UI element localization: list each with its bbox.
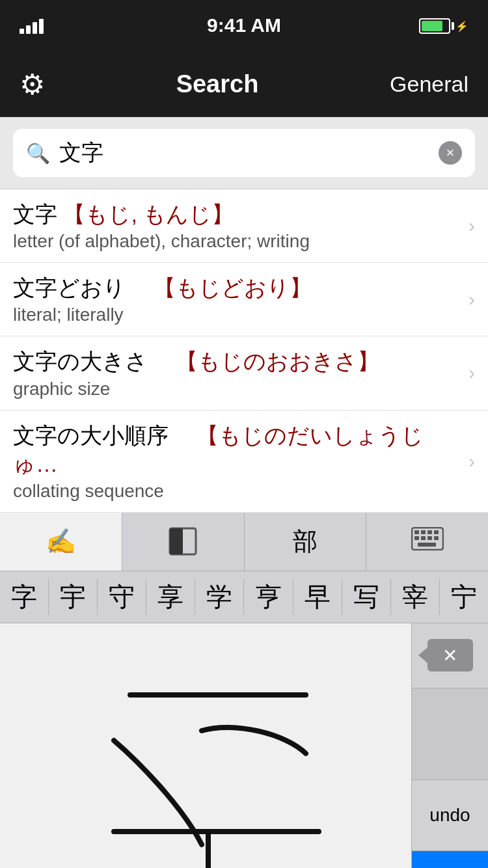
drawing-spacer — [412, 688, 488, 780]
tab-stroke[interactable] — [122, 513, 245, 571]
result-item-3[interactable]: 文字の大小順序 【もじのだいしょうじゅ… collating sequence … — [0, 411, 488, 513]
kanji-suggestion-4[interactable]: 学 — [195, 579, 244, 615]
status-time: 9:41 AM — [207, 14, 281, 36]
svg-rect-5 — [427, 530, 432, 534]
battery-area: ⚡ — [419, 18, 468, 34]
result-item-2[interactable]: 文字の大きさ 【もじのおおきさ】 graphic size › — [0, 336, 488, 410]
battery-icon: ⚡ — [419, 18, 468, 34]
search-input[interactable]: 文字 — [59, 138, 429, 168]
drawing-svg — [0, 623, 411, 868]
kanji-suggestion-7[interactable]: 写 — [342, 579, 391, 615]
search-bar-container: 🔍 文字 × — [0, 117, 488, 189]
handwrite-icon: ✍ — [46, 527, 76, 556]
result-kanji-line-0: 文字 【もじ, もんじ】 — [13, 200, 462, 228]
tab-handwrite[interactable]: ✍ — [0, 513, 122, 571]
result-item-0[interactable]: 文字 【もじ, もんじ】 letter (of alphabet), chara… — [0, 189, 488, 263]
signal-icon — [20, 19, 44, 34]
svg-rect-4 — [421, 530, 426, 534]
result-kanji-line-2: 文字の大きさ 【もじのおおきさ】 — [13, 347, 462, 375]
svg-rect-1 — [170, 528, 183, 554]
search-clear-button[interactable]: × — [439, 141, 462, 165]
result-kanji-line-1: 文字どおり 【もじどおり】 — [13, 273, 462, 302]
nav-bar: ⚙ Search General — [0, 52, 488, 117]
result-item-1[interactable]: 文字どおり 【もじどおり】 literal; literally › — [0, 263, 488, 336]
drawing-section: ✕ undo Search — [0, 623, 488, 868]
chevron-icon-3: › — [468, 450, 475, 472]
result-kanji-line-3: 文字の大小順序 【もじのだいしょうじゅ… — [13, 421, 462, 478]
svg-rect-11 — [418, 543, 436, 547]
search-icon: 🔍 — [26, 142, 50, 165]
result-definition-2: graphic size — [13, 379, 462, 400]
result-content-2: 文字の大きさ 【もじのおおきさ】 graphic size — [13, 347, 462, 399]
kanji-suggestion-6[interactable]: 早 — [293, 579, 342, 615]
drawing-canvas[interactable] — [0, 623, 411, 868]
result-content-0: 文字 【もじ, もんじ】 letter (of alphabet), chara… — [13, 200, 462, 252]
result-definition-0: letter (of alphabet), character; writing — [13, 231, 462, 252]
undo-button[interactable]: undo — [412, 780, 488, 851]
drawing-controls: ✕ undo Search — [411, 623, 488, 868]
keyboard-icon — [411, 527, 444, 556]
delete-button[interactable]: ✕ — [412, 623, 488, 688]
svg-rect-6 — [434, 530, 439, 534]
kanji-suggestion-9[interactable]: 宁 — [440, 579, 488, 615]
kanji-suggestion-2[interactable]: 守 — [98, 579, 146, 615]
result-content-1: 文字どおり 【もじどおり】 literal; literally — [13, 273, 462, 325]
results-list: 文字 【もじ, もんじ】 letter (of alphabet), chara… — [0, 189, 488, 513]
charging-icon: ⚡ — [455, 20, 468, 33]
status-bar: 9:41 AM ⚡ — [0, 0, 488, 52]
undo-label: undo — [429, 805, 470, 826]
kanji-suggestion-0[interactable]: 字 — [0, 579, 49, 615]
tab-radical[interactable]: 部 — [245, 513, 367, 571]
svg-rect-7 — [414, 536, 419, 540]
result-definition-3: collating sequence — [13, 481, 462, 502]
settings-icon[interactable]: ⚙ — [20, 68, 45, 101]
result-reading-0: 【もじ, もんじ】 — [63, 202, 234, 226]
search-bar[interactable]: 🔍 文字 × — [13, 129, 475, 177]
tab-keyboard[interactable] — [366, 513, 488, 571]
kanji-suggestions-row: 字 宇 守 享 学 亨 早 写 宰 宁 — [0, 571, 488, 623]
kanji-suggestion-3[interactable]: 享 — [146, 579, 195, 615]
result-content-3: 文字の大小順序 【もじのだいしょうじゅ… collating sequence — [13, 421, 462, 502]
result-kanji-2: 文字の大きさ — [13, 349, 170, 373]
svg-rect-10 — [434, 536, 439, 540]
svg-rect-9 — [427, 536, 432, 540]
backspace-icon: ✕ — [427, 639, 473, 671]
signal-area — [20, 19, 44, 34]
nav-title: Search — [176, 70, 259, 98]
radical-icon: 部 — [293, 525, 318, 558]
general-button[interactable]: General — [390, 72, 468, 97]
chevron-icon-1: › — [468, 288, 475, 310]
svg-rect-8 — [421, 536, 426, 540]
search-button[interactable]: Search — [412, 851, 488, 868]
kanji-suggestion-1[interactable]: 宇 — [49, 579, 98, 615]
result-definition-1: literal; literally — [13, 305, 462, 325]
result-kanji-0: 文字 — [13, 202, 57, 226]
result-reading-2: 【もじのおおきさ】 — [176, 349, 379, 373]
svg-rect-3 — [414, 530, 419, 534]
chevron-icon-0: › — [468, 215, 475, 237]
kanji-suggestion-5[interactable]: 亨 — [244, 579, 293, 615]
chevron-icon-2: › — [468, 362, 475, 384]
result-kanji-1: 文字どおり — [13, 275, 148, 300]
input-method-tabs: ✍ 部 — [0, 513, 488, 571]
clear-icon: × — [446, 144, 455, 161]
result-reading-1: 【もじどおり】 — [154, 275, 312, 300]
kanji-suggestion-8[interactable]: 宰 — [391, 579, 440, 615]
result-kanji-3: 文字の大小順序 — [13, 423, 191, 448]
stroke-icon — [169, 527, 197, 556]
